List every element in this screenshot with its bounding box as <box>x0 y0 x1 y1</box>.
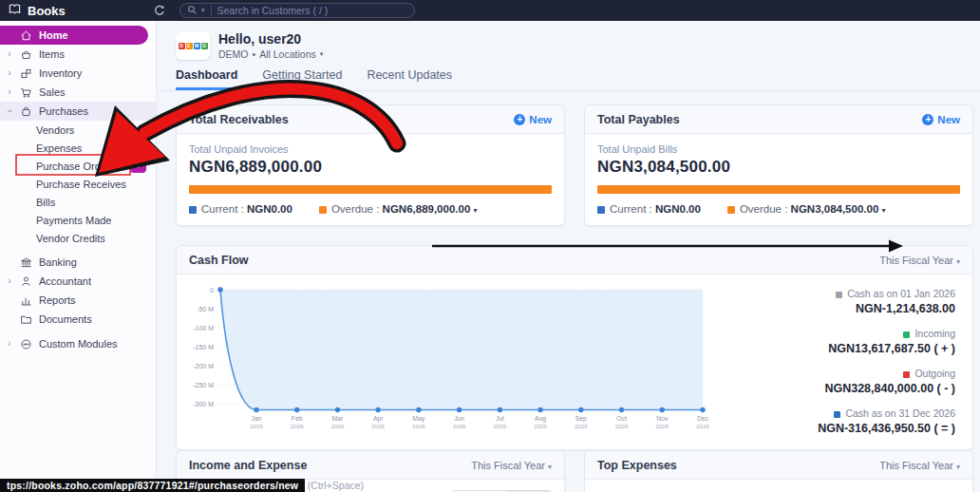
svg-text:-250 M: -250 M <box>193 382 214 388</box>
sidebar-item-home[interactable]: Home <box>0 26 148 45</box>
chevron-down-icon[interactable]: ▾ <box>320 50 324 58</box>
main-content: D E M O Hello, user20 DEMO • All Locatio… <box>157 21 980 492</box>
org-avatar[interactable]: D E M O <box>176 31 210 60</box>
total-payables-card: Total Payables + New Total Unpaid Bills … <box>584 104 973 226</box>
sidebar-item-vendor-credits[interactable]: Vendor Credits <box>0 229 156 247</box>
fiscal-year-dropdown[interactable]: This Fiscal Year ▾ <box>879 460 960 471</box>
stat-value: NGN-1,214,638.00 <box>720 302 955 315</box>
svg-text:Jul: Jul <box>496 415 504 422</box>
sidebar-item-label: Documents <box>39 313 92 325</box>
svg-text:2026: 2026 <box>493 423 506 429</box>
svg-text:-100 M: -100 M <box>193 325 214 331</box>
svg-text:-200 M: -200 M <box>193 363 214 369</box>
plus-icon: + <box>922 114 933 125</box>
sidebar-item-items[interactable]: › Items <box>0 45 156 64</box>
sidebar-item-label: Accountant <box>39 275 91 287</box>
sidebar-item-inventory[interactable]: › Inventory <box>0 64 156 83</box>
sidebar-item-payments-made[interactable]: Payments Made <box>0 211 156 229</box>
new-receivable-button[interactable]: + New <box>514 114 552 125</box>
sidebar-item-purchase-receives[interactable]: Purchase Receives <box>0 175 156 193</box>
svg-text:2026: 2026 <box>534 423 547 429</box>
sidebar-item-label: Home <box>39 29 68 41</box>
sidebar-item-label: Vendors <box>36 124 74 136</box>
overdue-swatch <box>319 206 327 214</box>
stat-value: NGN-316,436,950.50 ( = ) <box>720 422 955 435</box>
top-expenses-card: Top Expenses This Fiscal Year ▾ <box>584 450 973 492</box>
search-scope-caret-icon[interactable]: ▾ <box>201 7 205 14</box>
sidebar-item-accountant[interactable]: › Accountant <box>0 272 156 291</box>
svg-text:Dec: Dec <box>697 415 709 422</box>
sidebar-item-reports[interactable]: Reports <box>0 291 156 310</box>
sidebar-item-label: Items <box>39 48 65 60</box>
chevron-down-icon: › <box>5 107 14 115</box>
sidebar-nav: Home › Items › Inventory › Sales › Purch… <box>0 21 157 492</box>
svg-text:-50 M: -50 M <box>197 306 214 312</box>
svg-text:Mar: Mar <box>332 415 344 422</box>
chevron-down-icon[interactable]: ▾ <box>474 206 478 215</box>
sidebar-item-custom-modules[interactable]: › Custom Modules <box>0 334 156 353</box>
status-url-bar: tps://books.zoho.com/app/837771921#/purc… <box>0 479 305 492</box>
new-purchase-order-button[interactable]: + <box>130 160 146 173</box>
cart-icon <box>19 86 33 99</box>
current-swatch <box>189 206 197 214</box>
chevron-right-icon: › <box>6 49 13 59</box>
sidebar-item-label: Payments Made <box>36 215 111 226</box>
bank-icon <box>19 256 33 269</box>
svg-text:Aug: Aug <box>535 415 546 423</box>
svg-text:2026: 2026 <box>291 423 304 429</box>
shortcut-hint: t (Ctrl+Space) <box>302 480 364 491</box>
stat-label: Cash as on 01 Jan 2026 <box>847 288 955 299</box>
sidebar-item-label: Purchase Orders <box>36 161 115 172</box>
current-swatch <box>597 206 605 214</box>
plus-icon: + <box>514 114 525 125</box>
sidebar-item-label: Reports <box>39 294 76 306</box>
stat-swatch <box>836 292 842 298</box>
tab-getting-started[interactable]: Getting Started <box>262 68 342 90</box>
sidebar-item-purchase-orders[interactable]: Purchase Orders + <box>0 157 156 175</box>
sidebar-item-purchases[interactable]: › Purchases <box>0 102 156 121</box>
fiscal-year-dropdown[interactable]: This Fiscal Year ▾ <box>471 460 552 471</box>
overdue-legend[interactable]: Overdue : NGN6,889,000.00 ▾ <box>319 203 478 215</box>
svg-text:2026: 2026 <box>250 423 263 429</box>
svg-text:2026: 2026 <box>331 423 345 429</box>
stat-swatch <box>834 411 840 418</box>
app-title: Books <box>28 4 66 18</box>
refresh-icon[interactable] <box>153 4 166 17</box>
home-icon <box>19 29 33 42</box>
avatar-letter: M <box>194 43 200 49</box>
boxes-icon <box>19 67 33 80</box>
greeting-text: Hello, user20 <box>218 31 323 47</box>
svg-text:2026: 2026 <box>453 423 466 429</box>
basket-icon <box>19 48 33 61</box>
payables-progress-bar <box>597 185 960 194</box>
app-logo[interactable]: Books <box>0 2 157 19</box>
fiscal-year-dropdown[interactable]: This Fiscal Year ▾ <box>879 255 960 266</box>
books-logo-icon <box>8 2 22 19</box>
overdue-legend[interactable]: Overdue : NGN3,084,500.00 ▾ <box>727 203 886 215</box>
dashboard-tabs: Dashboard Getting Started Recent Updates <box>157 68 980 91</box>
sidebar-item-banking[interactable]: Banking <box>0 253 156 272</box>
stat-value: NGN328,840,000.00 ( - ) <box>720 382 955 395</box>
sidebar-item-label: Vendor Credits <box>36 233 105 244</box>
global-search[interactable]: ▾ <box>179 3 415 18</box>
search-input[interactable] <box>217 5 379 16</box>
sidebar-item-bills[interactable]: Bills <box>0 193 156 211</box>
svg-text:2026: 2026 <box>696 423 709 429</box>
avatar-letter: E <box>186 43 193 49</box>
overdue-swatch <box>727 206 735 214</box>
custom-modules-icon <box>19 338 33 350</box>
tab-recent-updates[interactable]: Recent Updates <box>367 68 452 90</box>
sidebar-item-label: Sales <box>39 86 66 98</box>
new-payable-button[interactable]: + New <box>922 114 960 125</box>
sidebar-item-label: Expenses <box>36 142 82 154</box>
location-selector[interactable]: All Locations <box>259 48 316 60</box>
svg-text:Oct: Oct <box>616 415 627 422</box>
sidebar-item-sales[interactable]: › Sales <box>0 83 156 102</box>
sidebar-item-vendors[interactable]: Vendors <box>0 121 156 139</box>
tab-dashboard[interactable]: Dashboard <box>176 68 237 90</box>
bar-chart-icon <box>19 294 33 307</box>
svg-text:Apr: Apr <box>373 415 384 423</box>
chevron-down-icon[interactable]: ▾ <box>882 206 886 215</box>
sidebar-item-expenses[interactable]: Expenses <box>0 139 156 157</box>
sidebar-item-documents[interactable]: Documents <box>0 310 156 329</box>
